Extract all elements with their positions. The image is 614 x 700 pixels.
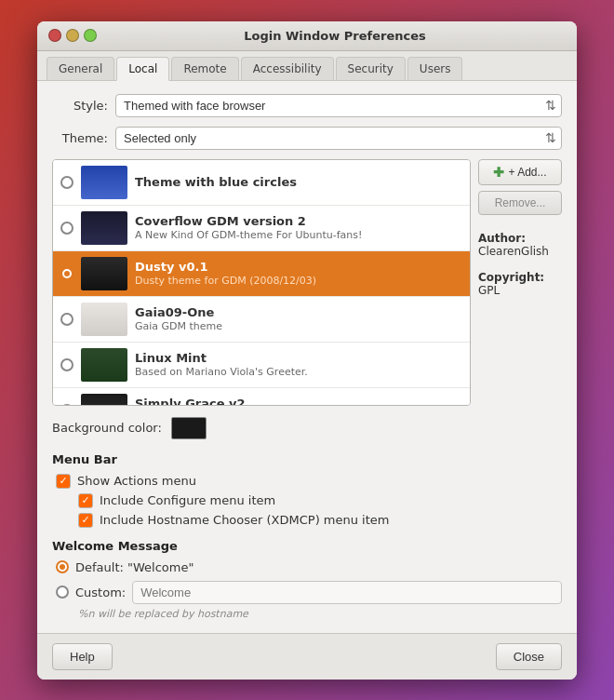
plus-icon: ✚ <box>493 165 504 180</box>
theme-info-gaia: Gaia09-One Gaia GDM theme <box>135 305 462 332</box>
theme-desc-mint: Based on Mariano Viola's Greeter. <box>135 366 462 378</box>
style-label: Style: <box>52 99 108 113</box>
tab-security[interactable]: Security <box>336 57 406 80</box>
tab-content: Style: Themed with face browser ⇅ Theme:… <box>37 81 577 633</box>
theme-radio-mint[interactable] <box>60 358 73 371</box>
theme-list[interactable]: Theme with blue circles Coverflow GDM ve… <box>52 159 471 406</box>
theme-item-dusty[interactable]: Dusty v0.1 Dusty theme for GDM (2008/12/… <box>53 251 470 297</box>
style-select[interactable]: Themed with face browser <box>115 94 562 117</box>
theme-radio-blue-circles[interactable] <box>60 176 73 189</box>
theme-row: Theme: Selected only ⇅ <box>52 127 562 150</box>
checkbox-include-configure-label: Include Configure menu item <box>100 493 275 507</box>
welcome-custom-row: Custom: <box>56 581 562 604</box>
theme-info-grace: Simply Grace v2 A simple GDM theme with … <box>135 397 462 406</box>
theme-thumb-mint <box>81 348 127 382</box>
theme-actions: ✚ + Add... Remove... Author: ClearenGlis… <box>478 159 562 406</box>
theme-item-blue-circles[interactable]: Theme with blue circles <box>53 160 470 206</box>
welcome-default-label: Default: "Welcome" <box>75 560 194 574</box>
theme-info-dusty: Dusty v0.1 Dusty theme for GDM (2008/12/… <box>135 260 462 287</box>
tab-accessibility[interactable]: Accessibility <box>241 57 334 80</box>
check-icon-include-hostname: ✓ <box>81 514 89 526</box>
welcome-section: Welcome Message Default: "Welcome" Custo… <box>52 539 562 620</box>
theme-item-gaia[interactable]: Gaia09-One Gaia GDM theme <box>53 297 470 343</box>
welcome-custom-radio[interactable] <box>56 586 69 599</box>
theme-item-mint[interactable]: Linux Mint Based on Mariano Viola's Gree… <box>53 343 470 388</box>
checkbox-include-configure-box[interactable]: ✓ <box>78 493 93 508</box>
welcome-custom-label: Custom: <box>75 586 126 599</box>
theme-thumb-gaia <box>81 303 127 336</box>
welcome-custom-input[interactable] <box>132 581 562 604</box>
tab-bar: General Local Remote Accessibility Secur… <box>37 51 577 81</box>
theme-name-dusty: Dusty v0.1 <box>135 260 462 274</box>
theme-info-mint: Linux Mint Based on Mariano Viola's Gree… <box>135 351 462 378</box>
theme-name-grace: Simply Grace v2 <box>135 397 462 406</box>
remove-theme-button[interactable]: Remove... <box>478 191 562 215</box>
theme-name-gaia: Gaia09-One <box>135 305 462 319</box>
theme-info-blue-circles: Theme with blue circles <box>135 175 462 189</box>
theme-name-coverflow: Coverflow GDM version 2 <box>135 214 462 228</box>
theme-item-coverflow[interactable]: Coverflow GDM version 2 A New Kind Of GD… <box>53 206 470 251</box>
close-window-button[interactable] <box>48 29 61 42</box>
theme-thumb-grace <box>81 394 127 406</box>
theme-select[interactable]: Selected only <box>115 127 562 150</box>
minimize-button[interactable] <box>66 29 79 42</box>
checkbox-include-configure: ✓ Include Configure menu item <box>78 493 562 508</box>
checkbox-show-actions: ✓ Show Actions menu <box>56 474 562 489</box>
checkbox-include-hostname: ✓ Include Hostname Chooser (XDMCP) menu … <box>78 513 562 528</box>
theme-name-mint: Linux Mint <box>135 351 462 365</box>
maximize-button[interactable] <box>84 29 97 42</box>
welcome-default-radio[interactable] <box>56 560 69 573</box>
theme-thumb-blue-circles <box>81 166 127 199</box>
help-button[interactable]: Help <box>52 643 113 670</box>
welcome-hint-text: %n will be replaced by hostname <box>78 608 562 620</box>
welcome-default-row: Default: "Welcome" <box>56 560 562 574</box>
menu-bar-section-title: Menu Bar <box>52 452 562 466</box>
style-row: Style: Themed with face browser ⇅ <box>52 94 562 117</box>
welcome-section-title: Welcome Message <box>52 539 562 553</box>
main-window: Login Window Preferences General Local R… <box>37 21 577 680</box>
style-select-wrapper: Themed with face browser ⇅ <box>115 94 562 117</box>
checkbox-show-actions-box[interactable]: ✓ <box>56 474 71 489</box>
tab-remote[interactable]: Remote <box>171 57 238 80</box>
theme-name-blue-circles: Theme with blue circles <box>135 175 462 189</box>
background-color-row: Background color: <box>52 417 562 439</box>
theme-thumb-coverflow <box>81 211 127 245</box>
tab-general[interactable]: General <box>47 57 114 80</box>
theme-label: Theme: <box>52 131 108 145</box>
theme-thumb-dusty <box>81 257 127 290</box>
bottom-bar: Help Close <box>37 633 577 680</box>
theme-desc-gaia: Gaia GDM theme <box>135 320 462 332</box>
window-controls <box>48 29 97 42</box>
theme-radio-grace[interactable] <box>60 404 73 406</box>
add-theme-button[interactable]: ✚ + Add... <box>478 159 562 185</box>
theme-radio-gaia[interactable] <box>60 313 73 326</box>
window-title: Login Window Preferences <box>104 29 566 43</box>
theme-select-wrapper: Selected only ⇅ <box>115 127 562 150</box>
checkbox-include-hostname-label: Include Hostname Chooser (XDMCP) menu it… <box>100 513 390 527</box>
theme-author: Author: ClearenGlish <box>478 228 562 262</box>
color-swatch[interactable] <box>171 417 207 439</box>
check-icon-show-actions: ✓ <box>59 475 67 487</box>
titlebar: Login Window Preferences <box>37 21 577 51</box>
theme-radio-coverflow[interactable] <box>60 222 73 235</box>
theme-desc-dusty: Dusty theme for GDM (2008/12/03) <box>135 275 462 287</box>
checkbox-include-hostname-box[interactable]: ✓ <box>78 513 93 528</box>
theme-copyright: Copyright: GPL <box>478 267 562 301</box>
checkbox-show-actions-label: Show Actions menu <box>77 474 196 488</box>
tab-local[interactable]: Local <box>116 57 169 81</box>
theme-info-coverflow: Coverflow GDM version 2 A New Kind Of GD… <box>135 214 462 241</box>
close-button[interactable]: Close <box>496 643 562 670</box>
theme-radio-dusty[interactable] <box>60 267 73 280</box>
tab-users[interactable]: Users <box>407 57 463 80</box>
theme-list-area: Theme with blue circles Coverflow GDM ve… <box>52 159 562 406</box>
theme-item-grace[interactable]: Simply Grace v2 A simple GDM theme with … <box>53 388 470 406</box>
bg-color-label: Background color: <box>52 421 162 435</box>
theme-desc-coverflow: A New Kind Of GDM-theme For Ubuntu-fans! <box>135 229 462 241</box>
check-icon-include-configure: ✓ <box>81 494 89 506</box>
